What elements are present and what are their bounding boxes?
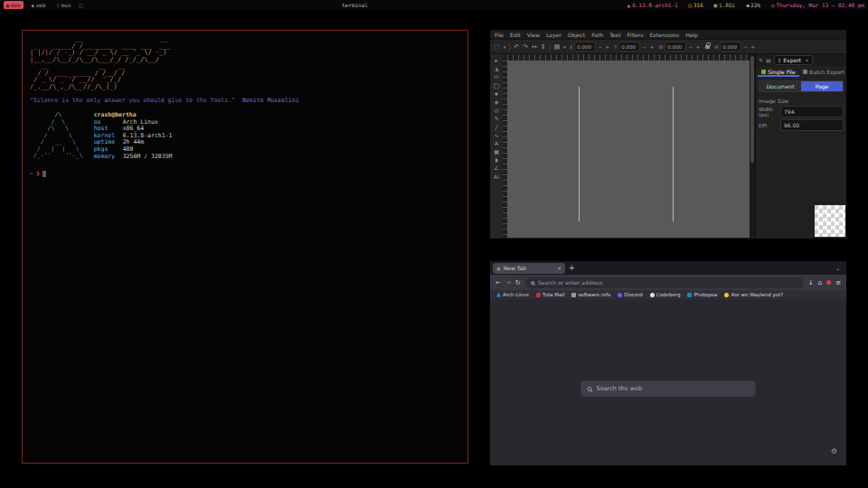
spiral-tool-icon[interactable]: ◎ xyxy=(494,107,498,113)
measure-tool-icon[interactable]: ∠ xyxy=(494,164,498,171)
box3d-tool-icon[interactable]: ◈ xyxy=(495,99,499,105)
separator: · xyxy=(682,2,685,8)
chevron-down-icon[interactable]: ▾ xyxy=(563,44,566,50)
width-spinbox[interactable]: W 0.000 − + xyxy=(658,42,701,52)
close-icon[interactable]: × xyxy=(557,265,561,271)
text-tool-icon[interactable]: A xyxy=(495,140,498,146)
snap-options-icon[interactable]: ▤ xyxy=(554,43,561,51)
new-tab-button[interactable]: + xyxy=(569,264,575,272)
selection-mode-icon[interactable]: ⬚ xyxy=(494,43,500,51)
menu-path[interactable]: Path xyxy=(591,32,603,38)
rotate-ccw-icon[interactable]: ↶ xyxy=(514,43,519,51)
w-value[interactable]: 0.000 xyxy=(665,42,686,52)
scrollbar-thumb[interactable] xyxy=(750,56,754,163)
document-button[interactable]: Document xyxy=(760,81,801,91)
flip-horizontal-icon[interactable]: ↔ xyxy=(532,43,537,51)
menu-extensions[interactable]: Extensions xyxy=(650,32,680,38)
reload-button[interactable]: ↻ xyxy=(515,279,521,286)
menu-file[interactable]: File xyxy=(495,32,504,38)
export-dialog-tab[interactable]: ↥ Export × xyxy=(774,55,813,65)
browser-window[interactable]: ◉ New Tab × + ⌄ ← → ↻ Search or enter ad… xyxy=(490,261,846,465)
menu-button[interactable]: ≡ xyxy=(835,279,841,286)
tab-single-file[interactable]: Single File xyxy=(756,66,801,77)
gear-icon[interactable]: ⚙ xyxy=(831,447,837,455)
menu-help[interactable]: Help xyxy=(685,32,698,38)
downloads-button[interactable]: ↓ xyxy=(808,279,814,286)
bookmark-codeberg[interactable]: Codeberg xyxy=(650,292,681,297)
forward-button[interactable]: → xyxy=(505,279,511,286)
recording-indicator-icon[interactable] xyxy=(826,280,831,285)
y-value[interactable]: 0.000 xyxy=(618,42,640,52)
menu-edit[interactable]: Edit xyxy=(510,32,521,38)
star-tool-icon[interactable]: ★ xyxy=(494,90,498,97)
height-spinbox[interactable]: H 0.000 − + xyxy=(714,42,756,52)
workspace-tag-mux[interactable]: ♪ mux xyxy=(54,1,74,9)
tab-overflow-chevron-icon[interactable]: ⌄ xyxy=(835,265,844,271)
bookmark-photopea[interactable]: Photopea xyxy=(687,292,717,297)
menu-view[interactable]: View xyxy=(527,32,540,38)
chevron-down-icon[interactable]: ▾ xyxy=(504,44,506,50)
tool-box: ▸ ◮ ▭ ◯ ★ ◈ ◎ ✎ ╱ ∿ A ▦ ◗ ∠ AI xyxy=(490,54,503,238)
speaker-icon: ◀ xyxy=(746,2,750,8)
tab-new-tab[interactable]: ◉ New Tab × xyxy=(493,263,565,274)
workspace-tag-dev[interactable]: ▣ dev xyxy=(4,1,24,9)
folder-icon xyxy=(571,293,576,297)
increment-button[interactable]: + xyxy=(694,43,701,50)
node-tool-icon[interactable]: ◮ xyxy=(495,65,499,71)
pen-tool-icon[interactable]: ╱ xyxy=(495,124,498,130)
codeberg-icon xyxy=(650,293,655,297)
flip-vertical-icon[interactable]: ↕ xyxy=(541,43,546,51)
close-icon[interactable]: × xyxy=(805,57,809,63)
rotate-cw-icon[interactable]: ↷ xyxy=(523,43,528,51)
dpi-input[interactable]: 96.00 xyxy=(780,119,844,131)
url-bar[interactable]: Search or enter address xyxy=(525,277,804,288)
decrement-button[interactable]: − xyxy=(597,43,603,50)
calligraphy-tool-icon[interactable]: ∿ xyxy=(494,132,498,138)
width-input[interactable]: 794 xyxy=(780,106,844,117)
canvas-area[interactable] xyxy=(503,54,750,238)
export-target-segment: Document Page xyxy=(759,80,844,92)
lock-ratio-icon[interactable] xyxy=(705,45,710,49)
increment-button[interactable]: + xyxy=(648,43,655,50)
ai-tool-icon[interactable]: AI xyxy=(494,174,499,180)
decrement-button[interactable]: − xyxy=(641,43,647,50)
web-search-input[interactable]: Search the web xyxy=(581,380,756,397)
decrement-button[interactable]: − xyxy=(742,43,749,50)
drawing-canvas[interactable] xyxy=(507,61,750,238)
x-spinbox[interactable]: X 0.000 − + xyxy=(570,42,611,52)
bookmark-arch-linux[interactable]: Arch Linux xyxy=(496,292,529,297)
menu-text[interactable]: Text xyxy=(609,32,620,38)
page-button[interactable]: Page xyxy=(801,81,843,91)
h-value[interactable]: 0.000 xyxy=(720,42,741,52)
bookmark-folder-software-refs[interactable]: software refs xyxy=(571,292,610,297)
menu-filters[interactable]: Filters xyxy=(627,32,644,38)
y-spinbox[interactable]: Y 0.000 − + xyxy=(614,42,655,52)
gradient-tool-icon[interactable]: ▦ xyxy=(494,148,499,155)
pencil-icon[interactable]: ✎ xyxy=(759,57,763,63)
menu-layer[interactable]: Layer xyxy=(546,32,561,38)
dropper-tool-icon[interactable]: ◗ xyxy=(495,156,497,163)
bookmark-tuta-mail[interactable]: Tuta Mail xyxy=(536,292,564,297)
page-border-left xyxy=(579,87,580,221)
select-tool-icon[interactable]: ▸ xyxy=(495,57,497,63)
layout-symbol[interactable]: □ xyxy=(80,2,83,8)
terminal-window[interactable]: __ __ _ _____/ /________ ____ ___ ___ | … xyxy=(22,30,468,464)
pencil-tool-icon[interactable]: ✎ xyxy=(494,115,498,121)
memory-module: ▦ 1.8Gi xyxy=(713,2,735,8)
tab-batch-export[interactable]: Batch Export xyxy=(801,66,846,77)
home-button[interactable]: ⌂ xyxy=(818,279,822,286)
inkscape-window[interactable]: File Edit View Layer Object Path Text Fi… xyxy=(490,30,846,239)
increment-button[interactable]: + xyxy=(604,43,610,50)
bookmark-are-we-wayland-yet[interactable]: Are we Wayland yet? xyxy=(724,292,783,297)
decrement-button[interactable]: − xyxy=(687,43,693,50)
back-button[interactable]: ← xyxy=(495,279,501,286)
swatches-icon[interactable]: ▤ xyxy=(766,57,771,63)
workspace-tag-web[interactable]: ◉ web xyxy=(29,1,49,9)
rectangle-tool-icon[interactable]: ▭ xyxy=(494,73,499,80)
shell-prompt[interactable]: ~ ❯ xyxy=(30,170,460,177)
menu-object[interactable]: Object xyxy=(568,32,586,38)
ellipse-tool-icon[interactable]: ◯ xyxy=(494,82,500,89)
increment-button[interactable]: + xyxy=(750,43,756,50)
x-value[interactable]: 0.000 xyxy=(574,42,596,52)
bookmark-discord[interactable]: Discord xyxy=(618,292,643,297)
